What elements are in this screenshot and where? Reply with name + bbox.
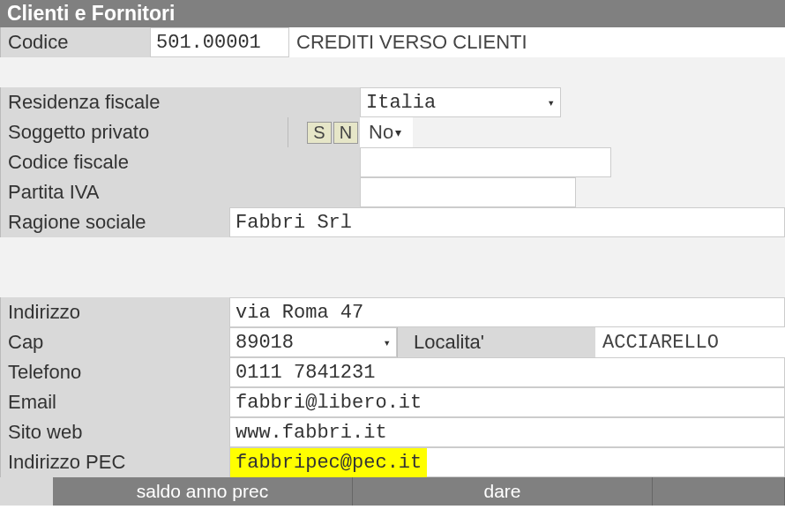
col-dare: dare	[353, 477, 653, 506]
chevron-down-icon: ▾	[548, 95, 555, 110]
label-residenza: Residenza fiscale	[0, 87, 360, 117]
input-telefono[interactable]: 0111 7841231	[229, 357, 785, 387]
label-soggetto: Soggetto privato	[0, 117, 288, 147]
row-telefono: Telefono 0111 7841231	[0, 357, 785, 387]
row-indirizzo: Indirizzo via Roma 47	[0, 297, 785, 327]
select-cap-value: 89018	[236, 332, 294, 354]
row-codice: Codice 501.00001 CREDITI VERSO CLIENTI	[0, 27, 785, 57]
row-piva: Partita IVA	[0, 177, 785, 207]
input-email[interactable]: fabbri@libero.it	[229, 387, 785, 417]
select-residenza[interactable]: Italia ▾	[360, 87, 561, 117]
select-soggetto[interactable]: No▾	[360, 117, 413, 147]
input-codice[interactable]: 501.00001	[150, 27, 289, 57]
window-title: Clienti e Fornitori	[0, 0, 785, 27]
label-ragione: Ragione sociale	[0, 207, 229, 237]
label-localita: Localita'	[397, 327, 595, 357]
table-header: saldo anno prec dare	[0, 477, 785, 506]
chevron-down-icon: ▾	[384, 335, 391, 350]
row-sito: Sito web www.fabbri.it	[0, 417, 785, 447]
row-ragione: Ragione sociale Fabbri Srl	[0, 207, 785, 237]
select-residenza-value: Italia	[366, 92, 436, 114]
sn-buttons: S N	[288, 117, 360, 147]
select-soggetto-value: No	[369, 121, 393, 144]
label-cap: Cap	[0, 327, 229, 357]
label-pec: Indirizzo PEC	[0, 447, 229, 477]
col-saldo: saldo anno prec	[53, 477, 353, 506]
desc-codice: CREDITI VERSO CLIENTI	[289, 27, 785, 57]
input-codfisc[interactable]	[360, 147, 611, 177]
select-cap[interactable]: 89018 ▾	[229, 327, 397, 357]
row-soggetto: Soggetto privato S N No▾	[0, 117, 785, 147]
label-codice: Codice	[0, 27, 150, 57]
input-indirizzo[interactable]: via Roma 47	[229, 297, 785, 327]
button-s[interactable]: S	[307, 122, 332, 144]
input-ragione[interactable]: Fabbri Srl	[229, 207, 785, 237]
label-sito: Sito web	[0, 417, 229, 447]
row-pec: Indirizzo PEC fabbripec@pec.it	[0, 447, 785, 477]
button-n[interactable]: N	[333, 122, 358, 144]
chevron-down-icon: ▾	[395, 125, 401, 139]
col-extra	[653, 477, 785, 506]
label-codfisc: Codice fiscale	[0, 147, 360, 177]
label-telefono: Telefono	[0, 357, 229, 387]
form-container: Clienti e Fornitori Codice 501.00001 CRE…	[0, 0, 785, 506]
label-piva: Partita IVA	[0, 177, 360, 207]
row-codfisc: Codice fiscale	[0, 147, 785, 177]
row-cap: Cap 89018 ▾ Localita' ACCIARELLO	[0, 327, 785, 357]
row-residenza: Residenza fiscale Italia ▾	[0, 87, 785, 117]
input-sito[interactable]: www.fabbri.it	[229, 417, 785, 447]
value-localita: ACCIARELLO	[595, 327, 785, 357]
input-piva[interactable]	[360, 177, 576, 207]
input-pec-wrap[interactable]: fabbripec@pec.it	[229, 447, 785, 477]
input-pec: fabbripec@pec.it	[230, 448, 427, 477]
footer-corner	[0, 477, 53, 506]
label-email: Email	[0, 387, 229, 417]
label-indirizzo: Indirizzo	[0, 297, 229, 327]
row-email: Email fabbri@libero.it	[0, 387, 785, 417]
